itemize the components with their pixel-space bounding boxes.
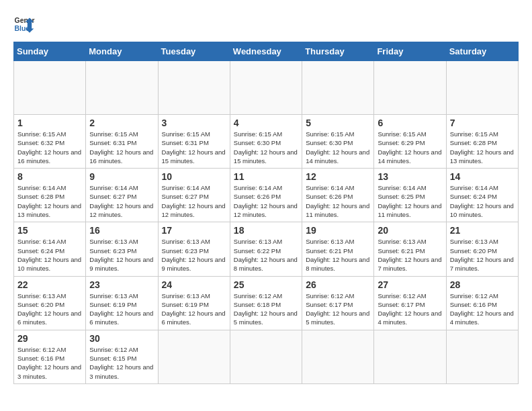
calendar-cell: 23Sunrise: 6:13 AMSunset: 6:19 PMDayligh… <box>86 276 158 330</box>
day-number: 30 <box>89 333 154 344</box>
calendar-cell: 22Sunrise: 6:13 AMSunset: 6:20 PMDayligh… <box>14 276 86 330</box>
calendar-cell: 21Sunrise: 6:13 AMSunset: 6:20 PMDayligh… <box>446 222 518 276</box>
day-info: Sunrise: 6:12 AMSunset: 6:17 PMDaylight:… <box>378 291 442 327</box>
day-info: Sunrise: 6:14 AMSunset: 6:28 PMDaylight:… <box>17 183 82 219</box>
calendar-cell: 2Sunrise: 6:15 AMSunset: 6:31 PMDaylight… <box>86 115 158 169</box>
day-number: 4 <box>234 118 298 128</box>
day-info: Sunrise: 6:12 AMSunset: 6:18 PMDaylight:… <box>234 291 298 327</box>
day-number: 20 <box>378 225 442 236</box>
day-number: 25 <box>234 279 298 290</box>
calendar-cell: 9Sunrise: 6:14 AMSunset: 6:27 PMDaylight… <box>86 169 158 222</box>
calendar-cell: 13Sunrise: 6:14 AMSunset: 6:25 PMDayligh… <box>374 169 446 222</box>
calendar-header-cell: Saturday <box>446 42 518 61</box>
calendar-header-cell: Monday <box>86 42 158 61</box>
logo-icon: General Blue <box>13 13 35 35</box>
calendar-cell <box>230 330 302 383</box>
day-number: 11 <box>234 171 298 182</box>
day-info: Sunrise: 6:14 AMSunset: 6:25 PMDaylight:… <box>378 183 442 219</box>
calendar-cell: 29Sunrise: 6:12 AMSunset: 6:16 PMDayligh… <box>14 330 86 383</box>
day-number: 3 <box>162 118 226 128</box>
calendar-cell: 15Sunrise: 6:14 AMSunset: 6:24 PMDayligh… <box>14 222 86 276</box>
day-number: 1 <box>17 118 82 128</box>
calendar-cell: 8Sunrise: 6:14 AMSunset: 6:28 PMDaylight… <box>14 169 86 222</box>
day-info: Sunrise: 6:13 AMSunset: 6:23 PMDaylight:… <box>89 237 154 273</box>
calendar-cell <box>374 61 446 115</box>
calendar-cell: 14Sunrise: 6:14 AMSunset: 6:24 PMDayligh… <box>446 169 518 222</box>
day-number: 19 <box>306 225 370 236</box>
day-info: Sunrise: 6:14 AMSunset: 6:26 PMDaylight:… <box>234 183 298 219</box>
calendar-week-row: 29Sunrise: 6:12 AMSunset: 6:16 PMDayligh… <box>14 330 519 383</box>
day-info: Sunrise: 6:15 AMSunset: 6:30 PMDaylight:… <box>306 130 370 165</box>
day-number: 12 <box>306 171 370 182</box>
calendar-cell: 1Sunrise: 6:15 AMSunset: 6:32 PMDaylight… <box>14 115 86 169</box>
day-info: Sunrise: 6:15 AMSunset: 6:30 PMDaylight:… <box>234 130 298 165</box>
calendar-header-cell: Sunday <box>14 42 86 61</box>
day-number: 21 <box>450 225 515 236</box>
calendar-cell: 26Sunrise: 6:12 AMSunset: 6:17 PMDayligh… <box>302 276 374 330</box>
day-number: 13 <box>378 171 442 182</box>
calendar-header-row: SundayMondayTuesdayWednesdayThursdayFrid… <box>14 42 519 61</box>
day-info: Sunrise: 6:13 AMSunset: 6:19 PMDaylight:… <box>162 291 226 327</box>
calendar-cell <box>446 330 518 383</box>
day-info: Sunrise: 6:13 AMSunset: 6:19 PMDaylight:… <box>89 291 154 327</box>
day-number: 16 <box>89 225 154 236</box>
day-info: Sunrise: 6:13 AMSunset: 6:21 PMDaylight:… <box>306 237 370 273</box>
calendar-cell <box>446 61 518 115</box>
page-header: General Blue <box>13 13 519 35</box>
calendar-table: SundayMondayTuesdayWednesdayThursdayFrid… <box>13 42 519 384</box>
calendar-week-row: 1Sunrise: 6:15 AMSunset: 6:32 PMDaylight… <box>14 115 519 169</box>
calendar-cell: 25Sunrise: 6:12 AMSunset: 6:18 PMDayligh… <box>230 276 302 330</box>
calendar-cell <box>230 61 302 115</box>
logo: General Blue <box>13 13 35 35</box>
calendar-cell <box>158 330 230 383</box>
calendar-week-row <box>14 61 519 115</box>
day-info: Sunrise: 6:12 AMSunset: 6:17 PMDaylight:… <box>306 291 370 327</box>
day-number: 8 <box>17 171 82 182</box>
calendar-week-row: 22Sunrise: 6:13 AMSunset: 6:20 PMDayligh… <box>14 276 519 330</box>
day-number: 22 <box>17 279 82 290</box>
calendar-cell: 24Sunrise: 6:13 AMSunset: 6:19 PMDayligh… <box>158 276 230 330</box>
day-info: Sunrise: 6:14 AMSunset: 6:27 PMDaylight:… <box>89 183 154 219</box>
calendar-header-cell: Friday <box>374 42 446 61</box>
calendar-cell <box>302 330 374 383</box>
day-info: Sunrise: 6:14 AMSunset: 6:24 PMDaylight:… <box>17 237 82 273</box>
day-number: 26 <box>306 279 370 290</box>
calendar-cell: 3Sunrise: 6:15 AMSunset: 6:31 PMDaylight… <box>158 115 230 169</box>
calendar-cell <box>158 61 230 115</box>
day-number: 17 <box>162 225 226 236</box>
calendar-cell: 10Sunrise: 6:14 AMSunset: 6:27 PMDayligh… <box>158 169 230 222</box>
day-number: 24 <box>162 279 226 290</box>
day-info: Sunrise: 6:13 AMSunset: 6:21 PMDaylight:… <box>378 237 442 273</box>
calendar-week-row: 8Sunrise: 6:14 AMSunset: 6:28 PMDaylight… <box>14 169 519 222</box>
day-number: 23 <box>89 279 154 290</box>
day-info: Sunrise: 6:13 AMSunset: 6:22 PMDaylight:… <box>234 237 298 273</box>
calendar-header-cell: Thursday <box>302 42 374 61</box>
calendar-cell <box>374 330 446 383</box>
day-info: Sunrise: 6:15 AMSunset: 6:31 PMDaylight:… <box>162 130 226 165</box>
day-info: Sunrise: 6:15 AMSunset: 6:28 PMDaylight:… <box>450 130 515 165</box>
day-number: 5 <box>306 118 370 128</box>
day-info: Sunrise: 6:15 AMSunset: 6:31 PMDaylight:… <box>89 130 154 165</box>
calendar-cell: 5Sunrise: 6:15 AMSunset: 6:30 PMDaylight… <box>302 115 374 169</box>
day-info: Sunrise: 6:14 AMSunset: 6:26 PMDaylight:… <box>306 183 370 219</box>
calendar-cell <box>14 61 86 115</box>
day-number: 10 <box>162 171 226 182</box>
calendar-body: 1Sunrise: 6:15 AMSunset: 6:32 PMDaylight… <box>14 61 519 384</box>
calendar-cell: 16Sunrise: 6:13 AMSunset: 6:23 PMDayligh… <box>86 222 158 276</box>
calendar-cell <box>302 61 374 115</box>
calendar-cell: 19Sunrise: 6:13 AMSunset: 6:21 PMDayligh… <box>302 222 374 276</box>
day-info: Sunrise: 6:12 AMSunset: 6:15 PMDaylight:… <box>89 345 154 381</box>
day-number: 28 <box>450 279 515 290</box>
calendar-cell: 20Sunrise: 6:13 AMSunset: 6:21 PMDayligh… <box>374 222 446 276</box>
day-number: 7 <box>450 118 515 128</box>
day-number: 6 <box>378 118 442 128</box>
calendar-cell: 18Sunrise: 6:13 AMSunset: 6:22 PMDayligh… <box>230 222 302 276</box>
calendar-cell: 4Sunrise: 6:15 AMSunset: 6:30 PMDaylight… <box>230 115 302 169</box>
day-info: Sunrise: 6:14 AMSunset: 6:24 PMDaylight:… <box>450 183 515 219</box>
day-number: 29 <box>17 333 82 344</box>
day-number: 15 <box>17 225 82 236</box>
day-info: Sunrise: 6:13 AMSunset: 6:20 PMDaylight:… <box>450 237 515 273</box>
day-info: Sunrise: 6:14 AMSunset: 6:27 PMDaylight:… <box>162 183 226 219</box>
day-number: 9 <box>89 171 154 182</box>
calendar-cell: 17Sunrise: 6:13 AMSunset: 6:23 PMDayligh… <box>158 222 230 276</box>
